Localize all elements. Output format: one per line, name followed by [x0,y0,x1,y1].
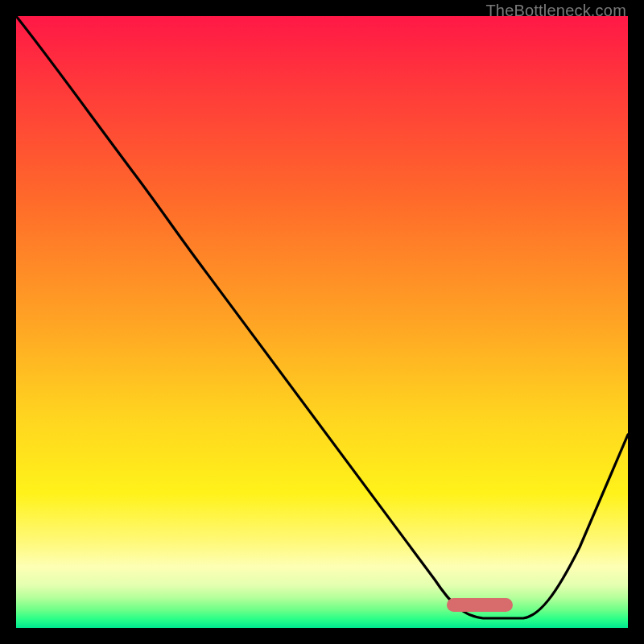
watermark-text: TheBottleneck.com [485,2,626,20]
curve-layer [16,16,628,628]
bottleneck-curve [16,16,628,618]
optimal-range-marker [447,598,513,612]
